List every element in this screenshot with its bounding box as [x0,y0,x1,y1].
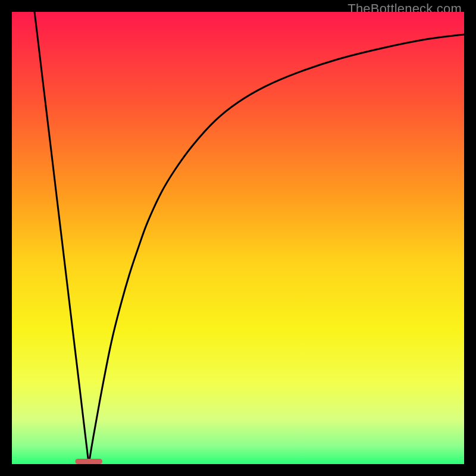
optimal-range-marker [75,459,102,464]
chart-background [12,12,464,464]
chart-frame [12,12,464,464]
chart-marker [75,459,102,464]
bottleneck-chart [12,12,464,464]
